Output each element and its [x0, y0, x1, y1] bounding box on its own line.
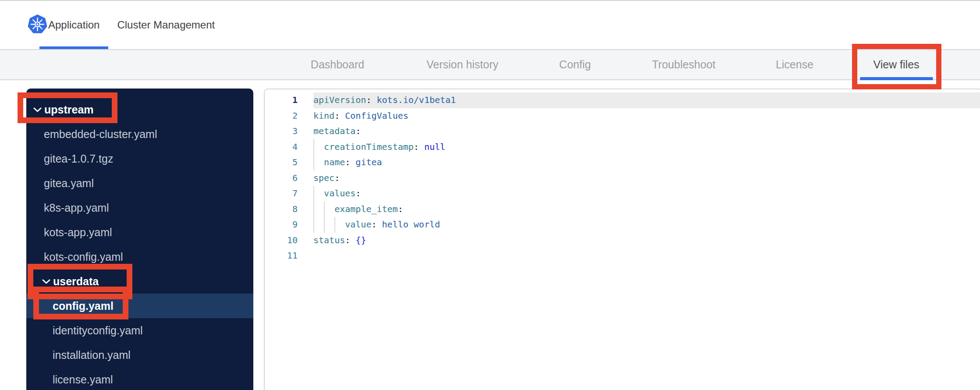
line-number: 2	[265, 108, 313, 124]
code-line-text: status: {}	[313, 233, 980, 248]
code-line: 2 kind: ConfigValues	[265, 108, 980, 124]
chevron-down-icon	[41, 278, 51, 285]
line-number: 3	[265, 124, 313, 139]
indent-guide	[313, 217, 314, 233]
file-content-editor[interactable]: 1 apiVersion: kots.io/v1beta1 2 kind: Co…	[264, 89, 980, 390]
code-line-text: values:	[313, 186, 980, 202]
code-line: 11	[265, 248, 980, 264]
tree-item-kots-config.yaml[interactable]: kots-config.yaml	[26, 245, 253, 269]
line-number: 7	[265, 186, 313, 202]
code-line: 4 creationTimestamp: null	[265, 139, 980, 155]
code-line: 1 apiVersion: kots.io/v1beta1	[265, 92, 980, 108]
code-line-text: spec:	[313, 170, 980, 186]
line-number: 8	[265, 202, 313, 217]
indent-guide	[313, 139, 314, 155]
subnav-tab-version-history[interactable]: Version history	[426, 50, 498, 79]
subnav-tab-config[interactable]: Config	[559, 50, 591, 79]
code-line-text: value: hello world	[313, 217, 980, 233]
kots-admin-console: Application Cluster Management Dashboard…	[0, 0, 980, 390]
tree-item-identityconfig.yaml[interactable]: identityconfig.yaml	[26, 318, 253, 343]
tree-item-license.yaml[interactable]: license.yaml	[26, 367, 253, 390]
tree-item-label: kots-app.yaml	[44, 226, 112, 239]
subnav-tab-label: Troubleshoot	[652, 58, 716, 71]
indent-guide	[313, 186, 314, 202]
tree-item-label: gitea-1.0.7.tgz	[44, 152, 113, 165]
header-tab-application[interactable]: Application	[39, 1, 108, 49]
tree-item-userdata[interactable]: userdata	[26, 269, 253, 294]
header-tab-label: Cluster Management	[117, 19, 215, 31]
indent-guide	[334, 217, 335, 233]
tree-item-kots-app.yaml[interactable]: kots-app.yaml	[26, 220, 253, 245]
code-line: 8 example_item:	[265, 202, 980, 217]
code-line-text: creationTimestamp: null	[313, 139, 980, 155]
line-number: 11	[265, 248, 313, 264]
code-line-text: metadata:	[313, 124, 980, 139]
subnav-tab-label: Version history	[426, 58, 498, 71]
indent-guide	[324, 217, 325, 233]
tree-item-label: upstream	[44, 103, 94, 116]
code-line: 9 value: hello world	[265, 217, 980, 233]
file-tree-sidebar: upstream embedded-cluster.yaml gitea-1.0…	[26, 89, 253, 390]
code-line-text	[313, 248, 980, 264]
tree-item-label: installation.yaml	[53, 349, 131, 362]
tree-item-label: embedded-cluster.yaml	[44, 128, 157, 141]
tree-item-label: identityconfig.yaml	[53, 324, 143, 337]
tree-item-label: gitea.yaml	[44, 177, 94, 190]
subnav-tab-dashboard[interactable]: Dashboard	[311, 50, 364, 79]
line-number: 10	[265, 233, 313, 248]
code-line: 10 status: {}	[265, 233, 980, 248]
active-tab-underline	[860, 77, 933, 80]
code-line-text: kind: ConfigValues	[313, 108, 980, 124]
indent-guide	[313, 202, 314, 217]
header-tabs: Application Cluster Management	[39, 1, 224, 49]
tree-item-gitea-1.0.7.tgz[interactable]: gitea-1.0.7.tgz	[26, 146, 253, 171]
subnav-tab-troubleshoot[interactable]: Troubleshoot	[652, 50, 716, 79]
app-header: Application Cluster Management	[0, 1, 980, 49]
code-line-text: example_item:	[313, 202, 980, 217]
tree-item-k8s-app.yaml[interactable]: k8s-app.yaml	[26, 195, 253, 220]
subnav-tab-view-files[interactable]: View files	[873, 50, 919, 79]
tree-item-label: userdata	[53, 275, 99, 288]
indent-guide	[313, 155, 314, 170]
tree-item-label: k8s-app.yaml	[44, 202, 109, 214]
code-line: 5 name: gitea	[265, 155, 980, 170]
tree-item-label: license.yaml	[53, 373, 113, 386]
code-line-text: name: gitea	[313, 155, 980, 170]
line-number: 5	[265, 155, 313, 170]
code-line: 3 metadata:	[265, 124, 980, 139]
subnav-tab-label: Dashboard	[311, 58, 364, 71]
tree-item-label: config.yaml	[53, 300, 114, 312]
indent-guide	[324, 202, 325, 217]
subnav-tab-label: View files	[873, 58, 919, 71]
tree-item-embedded-cluster.yaml[interactable]: embedded-cluster.yaml	[26, 122, 253, 146]
line-number: 6	[265, 170, 313, 186]
line-number: 4	[265, 139, 313, 155]
tree-item-upstream[interactable]: upstream	[26, 97, 253, 122]
code-line: 7 values:	[265, 186, 980, 202]
tree-item-config.yaml[interactable]: config.yaml	[26, 294, 253, 318]
app-subnav: Dashboard Version history Config Trouble…	[0, 49, 980, 80]
subnav-tab-label: License	[776, 58, 813, 71]
header-tab-cluster-management[interactable]: Cluster Management	[108, 1, 224, 49]
tree-item-gitea.yaml[interactable]: gitea.yaml	[26, 171, 253, 195]
tree-item-label: kots-config.yaml	[44, 251, 123, 263]
line-number: 1	[265, 92, 313, 108]
subnav-tab-label: Config	[559, 58, 591, 71]
header-tab-label: Application	[48, 19, 99, 31]
code-line: 6 spec:	[265, 170, 980, 186]
chevron-down-icon	[32, 106, 43, 113]
tree-item-installation.yaml[interactable]: installation.yaml	[26, 343, 253, 367]
code-line-text: apiVersion: kots.io/v1beta1	[313, 92, 980, 108]
subnav-tab-license[interactable]: License	[776, 50, 813, 79]
line-number: 9	[265, 217, 313, 233]
